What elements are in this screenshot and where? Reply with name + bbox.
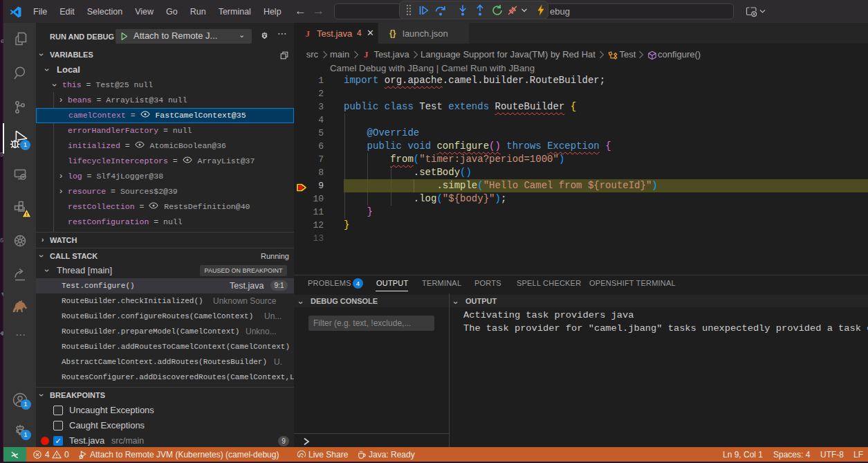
- svg-text:!: !: [26, 211, 28, 217]
